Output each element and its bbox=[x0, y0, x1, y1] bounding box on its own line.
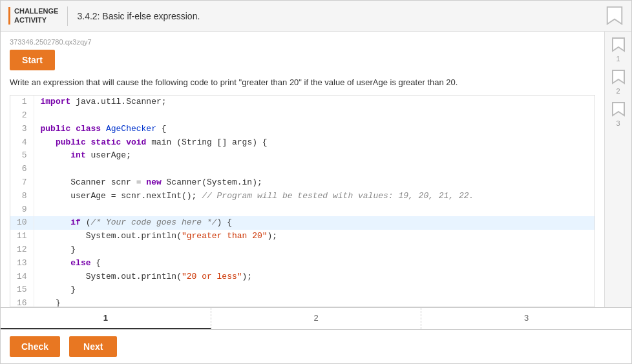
table-row: 1 import java.util.Scanner; bbox=[10, 96, 595, 109]
line-number: 7 bbox=[10, 176, 34, 190]
sidebar-bookmark-icon-2 bbox=[611, 69, 626, 86]
header: CHALLENGE ACTIVITY 3.4.2: Basic if-else … bbox=[1, 1, 631, 32]
line-number: 9 bbox=[10, 203, 34, 217]
next-button[interactable]: Next bbox=[69, 336, 117, 357]
app-container: CHALLENGE ACTIVITY 3.4.2: Basic if-else … bbox=[0, 0, 632, 364]
header-bookmark-icon[interactable] bbox=[606, 6, 624, 26]
line-code: if (/* Your code goes here */) { bbox=[34, 216, 595, 230]
line-code: } bbox=[34, 243, 595, 257]
tab-3[interactable]: 3 bbox=[421, 308, 631, 329]
table-row: 3 public class AgeChecker { bbox=[10, 123, 595, 136]
line-code: Scanner scnr = new Scanner(System.in); bbox=[34, 176, 595, 190]
line-code: System.out.println("greater than 20"); bbox=[34, 230, 595, 243]
line-number: 15 bbox=[10, 283, 34, 297]
line-code: else { bbox=[34, 257, 595, 270]
challenge-label: CHALLENGE ACTIVITY bbox=[8, 7, 58, 24]
bottom-area: 1 2 3 Check Next bbox=[1, 307, 631, 363]
activity-id: 373346.2502780.qx3zqy7 bbox=[10, 38, 595, 46]
table-row: 16 } bbox=[10, 297, 595, 307]
table-row: 13 else { bbox=[10, 257, 595, 270]
line-number: 16 bbox=[10, 297, 34, 307]
line-code: import java.util.Scanner; bbox=[34, 96, 595, 109]
table-row-highlighted: 10 if (/* Your code goes here */) { bbox=[10, 216, 595, 230]
table-row: 5 int userAge; bbox=[10, 149, 595, 163]
table-row: 11 System.out.println("greater than 20")… bbox=[10, 230, 595, 243]
line-number: 8 bbox=[10, 190, 34, 203]
line-number: 5 bbox=[10, 149, 34, 163]
line-number: 1 bbox=[10, 96, 34, 109]
table-row: 14 System.out.println("20 or less"); bbox=[10, 270, 595, 284]
line-number: 14 bbox=[10, 270, 34, 284]
table-row: 4 public static void main (String [] arg… bbox=[10, 136, 595, 150]
check-button[interactable]: Check bbox=[10, 336, 60, 357]
buttons-row: Check Next bbox=[1, 330, 631, 363]
line-code: userAge = scnr.nextInt(); // Program wil… bbox=[34, 190, 595, 203]
line-number: 12 bbox=[10, 243, 34, 257]
code-table: 1 import java.util.Scanner; 2 3 public c… bbox=[10, 96, 595, 307]
main-panel: 373346.2502780.qx3zqy7 Start Write an ex… bbox=[1, 32, 604, 307]
line-number: 11 bbox=[10, 230, 34, 243]
line-code: } bbox=[34, 283, 595, 297]
table-row: 15 } bbox=[10, 283, 595, 297]
sidebar-bookmark-icon-1 bbox=[611, 37, 626, 54]
tab-2[interactable]: 2 bbox=[211, 308, 422, 329]
line-code: } bbox=[34, 297, 595, 307]
line-code: public static void main (String [] args)… bbox=[34, 136, 595, 150]
header-divider bbox=[67, 6, 68, 26]
table-row: 12 } bbox=[10, 243, 595, 257]
line-code bbox=[34, 163, 595, 176]
sidebar-bookmark-1[interactable]: 1 bbox=[611, 37, 626, 63]
sidebar-bookmark-icon-3 bbox=[611, 101, 626, 118]
table-row: 8 userAge = scnr.nextInt(); // Program w… bbox=[10, 190, 595, 203]
line-number: 13 bbox=[10, 257, 34, 270]
sidebar-num-3: 3 bbox=[616, 119, 620, 127]
line-code: public class AgeChecker { bbox=[34, 123, 595, 136]
right-sidebar: 1 2 3 bbox=[604, 32, 631, 307]
line-code bbox=[34, 203, 595, 217]
instruction-text: Write an expression that will cause the … bbox=[10, 77, 595, 88]
line-number: 4 bbox=[10, 136, 34, 150]
line-number: 2 bbox=[10, 109, 34, 123]
table-row: 6 bbox=[10, 163, 595, 176]
sidebar-bookmark-2[interactable]: 2 bbox=[611, 69, 626, 95]
line-code: int userAge; bbox=[34, 149, 595, 163]
table-row: 9 bbox=[10, 203, 595, 217]
content-area: 373346.2502780.qx3zqy7 Start Write an ex… bbox=[1, 32, 631, 307]
sidebar-num-1: 1 bbox=[616, 55, 620, 63]
line-number: 3 bbox=[10, 123, 34, 136]
code-block: 1 import java.util.Scanner; 2 3 public c… bbox=[10, 95, 595, 307]
tabs-row: 1 2 3 bbox=[1, 308, 631, 330]
sidebar-bookmark-3[interactable]: 3 bbox=[611, 101, 626, 127]
line-number: 10 bbox=[10, 216, 34, 230]
line-number: 6 bbox=[10, 163, 34, 176]
line-code: System.out.println("20 or less"); bbox=[34, 270, 595, 284]
sidebar-num-2: 2 bbox=[616, 87, 620, 95]
table-row: 2 bbox=[10, 109, 595, 123]
table-row: 7 Scanner scnr = new Scanner(System.in); bbox=[10, 176, 595, 190]
line-code bbox=[34, 109, 595, 123]
tab-1[interactable]: 1 bbox=[1, 308, 211, 329]
header-title: 3.4.2: Basic if-else expression. bbox=[77, 11, 606, 21]
start-button[interactable]: Start bbox=[10, 50, 55, 70]
